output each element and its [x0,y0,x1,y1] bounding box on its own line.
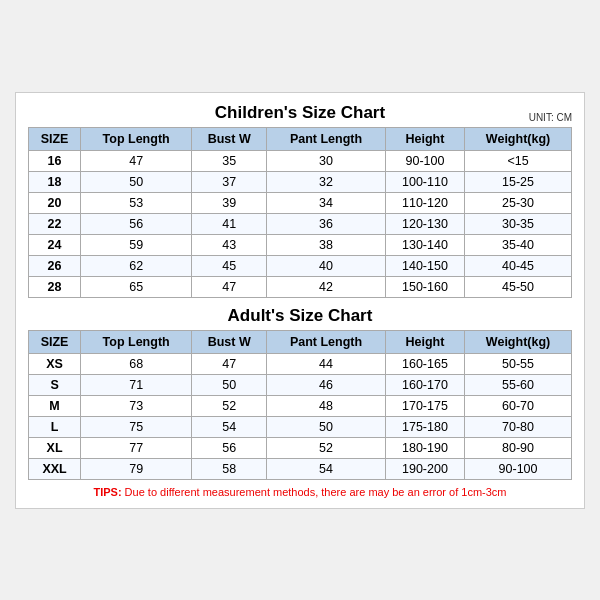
table-row: XS684744160-16550-55 [29,353,572,374]
table-cell: L [29,416,81,437]
table-cell: 20 [29,192,81,213]
table-cell: M [29,395,81,416]
table-cell: 15-25 [465,171,572,192]
table-cell: 54 [267,458,386,479]
table-cell: 16 [29,150,81,171]
table-cell: 38 [267,234,386,255]
table-cell: 40 [267,255,386,276]
table-cell: 50 [81,171,192,192]
table-cell: 24 [29,234,81,255]
table-cell: 56 [192,437,267,458]
children-col-top-length: Top Length [81,127,192,150]
table-cell: 48 [267,395,386,416]
table-cell: 160-170 [385,374,464,395]
table-cell: 54 [192,416,267,437]
table-cell: 22 [29,213,81,234]
table-cell: 52 [267,437,386,458]
tips-row: TIPS: Due to different measurement metho… [28,486,572,498]
table-cell: 120-130 [385,213,464,234]
table-cell: 32 [267,171,386,192]
table-cell: 35-40 [465,234,572,255]
table-cell: 90-100 [385,150,464,171]
table-cell: 44 [267,353,386,374]
table-row: 18503732100-11015-25 [29,171,572,192]
table-cell: 43 [192,234,267,255]
table-cell: 73 [81,395,192,416]
adults-col-pant-length: Pant Length [267,330,386,353]
table-cell: 170-175 [385,395,464,416]
table-cell: 36 [267,213,386,234]
table-cell: 47 [81,150,192,171]
table-cell: 30 [267,150,386,171]
table-cell: 39 [192,192,267,213]
children-col-height: Height [385,127,464,150]
table-cell: 41 [192,213,267,234]
table-cell: XXL [29,458,81,479]
table-cell: 100-110 [385,171,464,192]
table-row: M735248170-17560-70 [29,395,572,416]
children-title: Children's Size Chart [215,103,385,123]
table-cell: 160-165 [385,353,464,374]
adults-col-bust-w: Bust W [192,330,267,353]
table-row: 1647353090-100<15 [29,150,572,171]
children-col-weight: Weight(kg) [465,127,572,150]
adults-header-row: SIZE Top Length Bust W Pant Length Heigh… [29,330,572,353]
adults-table: SIZE Top Length Bust W Pant Length Heigh… [28,330,572,480]
table-cell: 110-120 [385,192,464,213]
table-cell: 140-150 [385,255,464,276]
table-cell: 80-90 [465,437,572,458]
table-cell: 47 [192,276,267,297]
table-cell: 70-80 [465,416,572,437]
table-cell: XL [29,437,81,458]
table-cell: 30-35 [465,213,572,234]
table-cell: 150-160 [385,276,464,297]
table-cell: 53 [81,192,192,213]
unit-label: UNIT: CM [529,112,572,123]
children-col-bust-w: Bust W [192,127,267,150]
table-cell: 190-200 [385,458,464,479]
table-cell: 75 [81,416,192,437]
table-cell: 90-100 [465,458,572,479]
table-row: 26624540140-15040-45 [29,255,572,276]
tips-label: TIPS: [93,486,121,498]
table-cell: 25-30 [465,192,572,213]
table-row: 24594338130-14035-40 [29,234,572,255]
table-cell: 180-190 [385,437,464,458]
table-cell: 28 [29,276,81,297]
adults-col-height: Height [385,330,464,353]
table-row: XXL795854190-20090-100 [29,458,572,479]
table-cell: 26 [29,255,81,276]
table-cell: 71 [81,374,192,395]
table-row: S715046160-17055-60 [29,374,572,395]
table-cell: 45 [192,255,267,276]
table-cell: 47 [192,353,267,374]
table-cell: XS [29,353,81,374]
table-cell: 79 [81,458,192,479]
table-cell: 60-70 [465,395,572,416]
children-col-size: SIZE [29,127,81,150]
table-cell: 37 [192,171,267,192]
table-cell: 130-140 [385,234,464,255]
table-cell: 18 [29,171,81,192]
adults-title: Adult's Size Chart [228,306,373,326]
table-cell: 40-45 [465,255,572,276]
children-title-row: Children's Size Chart UNIT: CM [28,103,572,123]
table-cell: 62 [81,255,192,276]
table-cell: 175-180 [385,416,464,437]
table-cell: 46 [267,374,386,395]
table-cell: 35 [192,150,267,171]
table-row: 20533934110-12025-30 [29,192,572,213]
table-row: XL775652180-19080-90 [29,437,572,458]
table-cell: 77 [81,437,192,458]
table-cell: 52 [192,395,267,416]
tips-text: Due to different measurement methods, th… [122,486,507,498]
table-cell: 34 [267,192,386,213]
table-cell: 58 [192,458,267,479]
adults-col-size: SIZE [29,330,81,353]
table-cell: 55-60 [465,374,572,395]
table-cell: 59 [81,234,192,255]
adults-col-top-length: Top Length [81,330,192,353]
children-header-row: SIZE Top Length Bust W Pant Length Heigh… [29,127,572,150]
table-cell: 65 [81,276,192,297]
table-cell: 68 [81,353,192,374]
